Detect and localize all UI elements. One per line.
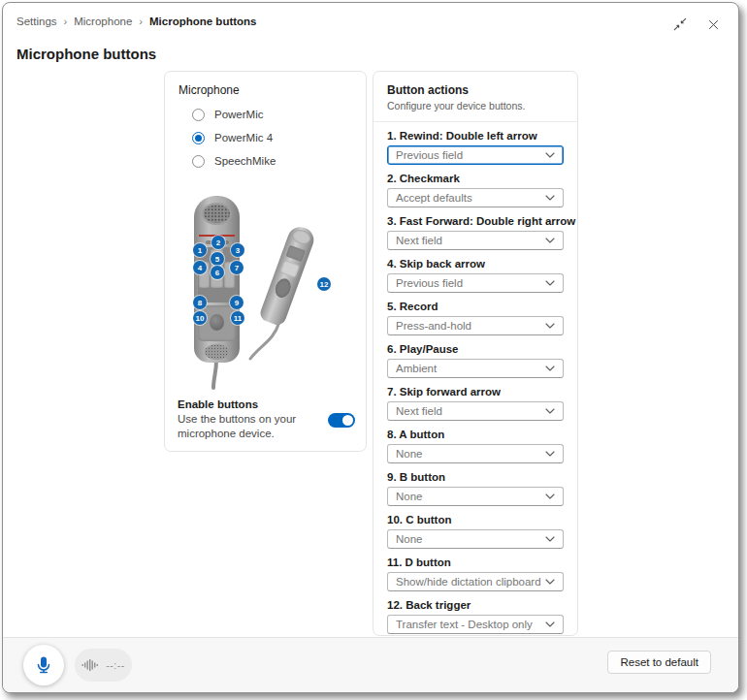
device-illustration: 123456789101112 [165,188,366,392]
divider [374,121,577,122]
select-value: None [396,448,423,460]
enable-buttons-description: Use the buttons on your microphone devic… [178,412,320,441]
select-value: Transfer text - Desktop only [396,619,533,630]
action-label: 3. Fast Forward: Double right arrow [387,215,564,227]
radio-option-powermic-4[interactable]: PowerMic 4 [192,126,276,149]
chevron-down-icon [545,621,555,627]
action-label: 11. D button [387,557,564,568]
action-group: 9. B buttonNone [387,471,564,506]
powermic-front-view [194,196,240,363]
action-label: 5. Record [387,301,564,312]
device-button-badge: 7 [230,261,244,274]
button-actions-list: 1. Rewind: Double left arrowPrevious fie… [387,130,564,634]
radio-label: SpeechMike [214,155,276,167]
select-value: Previous field [396,149,463,161]
enable-buttons-label: Enable buttons [178,398,320,410]
action-group: 4. Skip back arrowPrevious field [387,258,564,293]
device-button-badge: 2 [211,236,225,249]
close-button[interactable] [701,13,725,36]
action-select[interactable]: Transfer text - Desktop only [387,615,564,634]
select-value: Accept defaults [396,192,472,204]
action-select[interactable]: Previous field [387,145,564,165]
chevron-down-icon [545,280,555,286]
button-actions-subtitle: Configure your device buttons. [387,100,564,111]
action-group: 6. Play/PauseAmbient [387,343,564,378]
select-value: Show/hide dictation clipboard [396,576,541,588]
action-group: 2. CheckmarkAccept defaults [387,173,564,207]
select-value: None [396,491,423,502]
action-group: 11. D buttonShow/hide dictation clipboar… [387,557,564,591]
chevron-down-icon [545,238,555,243]
action-group: 1. Rewind: Double left arrowPrevious fie… [387,130,564,165]
action-label: 9. B button [387,471,564,483]
action-select[interactable]: Previous field [387,273,564,293]
action-select[interactable]: None [387,487,564,506]
collapse-window-button[interactable] [668,13,692,36]
radio-option-speechmike[interactable]: SpeechMike [192,149,276,173]
action-label: 7. Skip forward arrow [387,386,564,398]
device-button-badge: 6 [211,266,224,279]
select-value: Next field [396,235,442,246]
speaker-grille [202,203,232,225]
device-button-badge: 9 [230,296,244,309]
breadcrumb: Settings › Microphone › Microphone butto… [16,16,257,27]
microphone-radio-group: PowerMicPowerMic 4SpeechMike [192,103,276,173]
enable-buttons-toggle[interactable] [328,413,355,428]
microphone-panel: Microphone PowerMicPowerMic 4SpeechMike [164,71,367,452]
action-group: 10. C buttonNone [387,514,564,549]
action-select[interactable]: Next field [387,401,564,421]
breadcrumb-settings[interactable]: Settings [16,16,57,27]
breadcrumb-microphone[interactable]: Microphone [74,16,132,27]
chevron-down-icon [545,536,555,542]
device-button-badge: 1 [193,243,207,257]
device-button-badge: 12 [317,277,331,291]
bottom-bar: --:-- Reset to default [3,637,738,692]
action-select[interactable]: Show/hide dictation clipboard [387,572,564,591]
action-label: 8. A button [387,429,564,440]
radio-label: PowerMic 4 [214,132,273,143]
action-group: 7. Skip forward arrowNext field [387,386,564,421]
device-button-badge: 4 [193,261,207,274]
action-select[interactable]: None [387,529,564,549]
breadcrumb-microphone-buttons: Microphone buttons [149,16,257,27]
action-select[interactable]: Accept defaults [387,188,564,207]
action-label: 10. C button [387,514,564,525]
close-icon [707,18,720,31]
chevron-down-icon [545,451,555,457]
device-button-badge: 11 [231,311,244,325]
reset-to-default-button[interactable]: Reset to default [607,651,711,674]
device-button-badge: 5 [211,252,224,266]
action-select[interactable]: None [387,444,564,463]
action-group: 8. A buttonNone [387,429,564,463]
button-actions-title: Button actions [387,83,564,97]
device-button-badge: 10 [193,311,207,325]
action-label: 6. Play/Pause [387,343,564,355]
breadcrumb-chevron-icon: › [139,16,143,27]
microphone-group-label: Microphone [179,83,240,97]
chevron-down-icon [545,195,555,201]
select-value: Next field [396,405,442,417]
page-title: Microphone buttons [16,46,156,62]
breadcrumb-chevron-icon: › [64,16,68,27]
action-label: 4. Skip back arrow [387,258,564,270]
action-select[interactable]: Press-and-hold [387,316,564,335]
chevron-down-icon [545,366,555,371]
radio-label: PowerMic [214,109,263,120]
chevron-down-icon [545,493,555,499]
button-actions-panel: Button actions Configure your device but… [373,71,578,636]
action-group: 3. Fast Forward: Double right arrowNext … [387,215,564,250]
volume-timer-pill: --:-- [75,649,132,682]
action-select[interactable]: Next field [387,231,564,250]
titlebar: Settings › Microphone › Microphone butto… [3,3,738,42]
action-select[interactable]: Ambient [387,359,564,378]
device-button-badge: 8 [193,296,207,309]
timer-display: --:-- [106,659,124,671]
trackball [210,314,224,331]
microphone-button[interactable] [23,645,64,685]
chevron-down-icon [545,579,555,585]
chevron-down-icon [545,152,555,158]
settings-window: Settings › Microphone › Microphone butto… [2,2,739,693]
radio-option-powermic[interactable]: PowerMic [192,103,276,126]
select-value: Press-and-hold [396,320,471,332]
action-label: 12. Back trigger [387,599,564,611]
